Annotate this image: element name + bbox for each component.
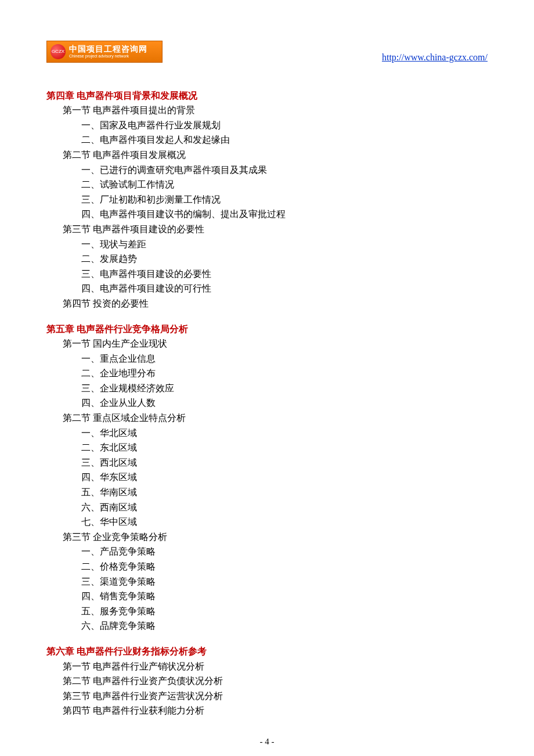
- list-item: 一、已进行的调查研究电声器件项目及其成果: [46, 163, 488, 178]
- chapter-title: 第四章 电声器件项目背景和发展概况: [46, 88, 488, 103]
- list-item: 三、西北区域: [46, 455, 488, 470]
- page-header: GCZX 中国项目工程咨询网 Chinese project advisory …: [46, 41, 488, 65]
- list-item: 五、服务竞争策略: [46, 604, 488, 619]
- list-item: 六、西南区域: [46, 500, 488, 515]
- logo-title-cn: 中国项目工程咨询网: [69, 45, 147, 53]
- list-item: 三、企业规模经济效应: [46, 381, 488, 396]
- logo-mark-icon: GCZX: [50, 44, 66, 59]
- list-item: 一、现状与差距: [46, 237, 488, 252]
- list-item: 三、厂址初勘和初步测量工作情况: [46, 192, 488, 207]
- list-item: 二、价格竞争策略: [46, 559, 488, 574]
- list-item: 二、试验试制工作情况: [46, 177, 488, 192]
- list-item: 四、企业从业人数: [46, 395, 488, 411]
- list-item: 四、电声器件项目建设的可行性: [46, 281, 488, 296]
- list-item: 一、产品竞争策略: [46, 544, 488, 559]
- section-title: 第四节 投资的必要性: [46, 296, 488, 311]
- chapter-title: 第五章 电声器件行业竞争格局分析: [46, 322, 488, 337]
- site-url-link[interactable]: http://www.china-gczx.com/: [382, 50, 488, 65]
- section-title: 第一节 电声器件项目提出的背景: [46, 103, 488, 118]
- list-item: 三、电声器件项目建设的必要性: [46, 267, 488, 282]
- list-item: 一、华北区域: [46, 426, 488, 441]
- site-logo: GCZX 中国项目工程咨询网 Chinese project advisory …: [46, 41, 163, 63]
- list-item: 六、品牌竞争策略: [46, 618, 488, 633]
- chapter-title: 第六章 电声器件行业财务指标分析参考: [46, 644, 488, 659]
- list-item: 四、销售竞争策略: [46, 589, 488, 604]
- page-number: - 4 -: [46, 735, 488, 748]
- list-item: 二、发展趋势: [46, 251, 488, 267]
- section-title: 第三节 电声器件项目建设的必要性: [46, 222, 488, 237]
- list-item: 五、华南区域: [46, 485, 488, 500]
- list-item: 四、华东区域: [46, 470, 488, 485]
- section-title: 第一节 电声器件行业产销状况分析: [46, 659, 488, 674]
- list-item: 一、重点企业信息: [46, 351, 488, 366]
- section-title: 第一节 国内生产企业现状: [46, 336, 488, 351]
- list-item: 二、企业地理分布: [46, 366, 488, 381]
- section-title: 第三节 企业竞争策略分析: [46, 530, 488, 545]
- logo-title-en: Chinese project advisory network: [69, 54, 147, 59]
- list-item: 三、渠道竞争策略: [46, 574, 488, 589]
- table-of-contents: 第四章 电声器件项目背景和发展概况第一节 电声器件项目提出的背景一、国家及电声器…: [46, 88, 488, 718]
- list-item: 七、华中区域: [46, 514, 488, 530]
- section-title: 第二节 重点区域企业特点分析: [46, 411, 488, 426]
- section-title: 第二节 电声器件行业资产负债状况分析: [46, 674, 488, 689]
- list-item: 一、国家及电声器件行业发展规划: [46, 118, 488, 133]
- list-item: 二、电声器件项目发起人和发起缘由: [46, 132, 488, 147]
- list-item: 二、东北区域: [46, 440, 488, 455]
- list-item: 四、电声器件项目建议书的编制、提出及审批过程: [46, 207, 488, 222]
- section-title: 第三节 电声器件行业资产运营状况分析: [46, 689, 488, 704]
- section-title: 第二节 电声器件项目发展概况: [46, 147, 488, 163]
- section-title: 第四节 电声器件行业获利能力分析: [46, 703, 488, 718]
